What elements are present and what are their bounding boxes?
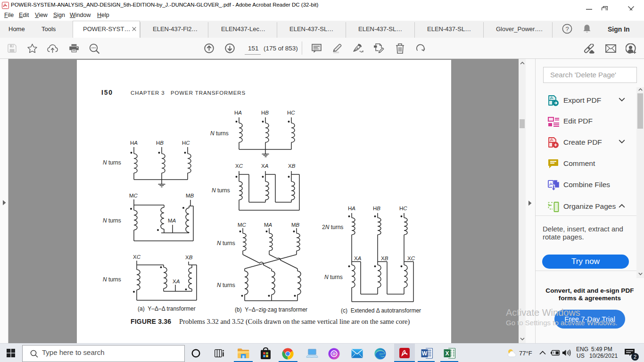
svg-text:MA: MA <box>264 222 272 228</box>
svg-text:XA: XA <box>173 279 180 284</box>
svg-text:HA: HA <box>348 206 355 211</box>
svg-text:Problems 3.32 and 3.52 (Coils: Problems 3.32 and 3.52 (Coils drawn on t… <box>179 318 410 326</box>
svg-text:HC: HC <box>182 140 190 146</box>
svg-text:MB: MB <box>291 222 300 228</box>
svg-text:MC: MC <box>129 193 138 198</box>
svg-text:2N turns: 2N turns <box>322 224 343 230</box>
svg-text:HA: HA <box>130 140 138 146</box>
svg-text:N turns: N turns <box>103 159 121 166</box>
svg-text:HB: HB <box>261 110 269 115</box>
svg-text:(a) Y–Δ–Δ transformer: (a) Y–Δ–Δ transformer <box>138 305 196 312</box>
svg-text:XC: XC <box>133 254 141 260</box>
svg-text:X: X <box>445 350 449 357</box>
svg-text:(c) Extended Δ autotransforme: (c) Extended Δ autotransformer <box>341 307 421 314</box>
svg-text:HB: HB <box>156 140 164 146</box>
svg-text:N turns: N turns <box>210 130 229 137</box>
svg-text:MA: MA <box>168 218 176 223</box>
svg-text:HA: HA <box>234 110 242 115</box>
svg-text:XA: XA <box>261 163 269 169</box>
svg-text:N turns: N turns <box>217 240 235 247</box>
svg-text:W: W <box>422 350 428 357</box>
svg-text:(b) Y–Δ–zig-zag transformer: (b) Y–Δ–zig-zag transformer <box>235 306 307 313</box>
svg-text:N turns: N turns <box>103 276 121 283</box>
svg-text:XC: XC <box>235 163 243 169</box>
svg-text:N turns: N turns <box>217 282 235 288</box>
svg-text:?: ? <box>565 25 569 33</box>
svg-text:I50: I50 <box>101 89 113 96</box>
svg-text:XB: XB <box>381 255 388 261</box>
svg-text:N turns: N turns <box>212 187 230 194</box>
svg-text:HC: HC <box>399 206 407 211</box>
svg-text:N turns: N turns <box>324 274 343 280</box>
svg-text:XA: XA <box>354 255 362 261</box>
svg-text:HC: HC <box>287 110 295 115</box>
svg-text:XC: XC <box>407 255 415 261</box>
svg-text:XB: XB <box>185 255 193 260</box>
svg-text:FIGURE 3.36: FIGURE 3.36 <box>131 318 171 325</box>
svg-text:CHAPTER 3 POWER TRANSFORMERS: CHAPTER 3 POWER TRANSFORMERS <box>131 90 246 96</box>
svg-text:MC: MC <box>238 222 247 228</box>
svg-text:HB: HB <box>373 206 380 211</box>
svg-text:MB: MB <box>186 193 194 198</box>
svg-text:N turns: N turns <box>103 217 121 224</box>
svg-text:XB: XB <box>288 163 296 169</box>
